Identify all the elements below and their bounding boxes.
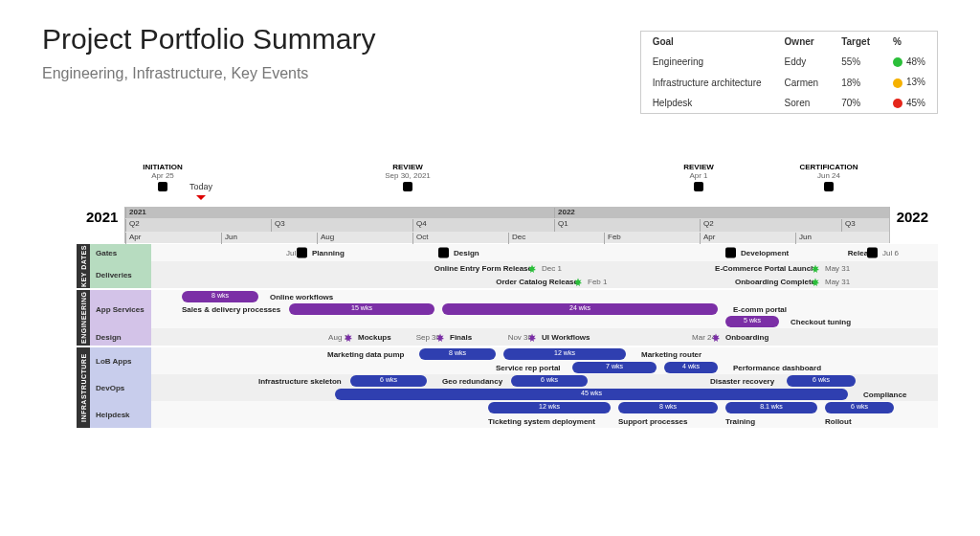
axis-tick: Q4 (412, 219, 427, 233)
year-start: 2021 (86, 209, 118, 225)
task-label: E-Commerce Portal Launch (715, 264, 815, 273)
goals-row: EngineeringEddy55%48% (641, 52, 937, 72)
swimlane-row: App Services8 wksOnline workflowsSales &… (77, 290, 938, 328)
milestone-icon (810, 276, 821, 287)
axis-tick: Apr (125, 233, 141, 244)
task-bar: 12 wks (503, 348, 626, 360)
task-label: Dec 1 (542, 264, 562, 273)
goals-row: HelpdeskSoren70%45% (641, 93, 937, 113)
swimlane-row: DevOpsInfrastructure skeleton6 wksGeo re… (77, 374, 938, 401)
row-label: Deliveries (90, 261, 151, 288)
swimlane-row: Helpdesk12 wks8 wks8.1 wks6 wksTicketing… (77, 401, 938, 428)
goals-table: GoalOwnerTarget%EngineeringEddy55%48%Inf… (640, 31, 938, 114)
milestone-icon (810, 262, 821, 274)
task-label: Geo redundancy (442, 377, 502, 386)
task-label: Infrastructure skeleton (258, 377, 342, 386)
task-bar: 8 wks (182, 291, 258, 302)
row-label: Gates (90, 244, 151, 261)
task-label: Onboarding (725, 333, 768, 342)
task-label: Disaster recovery (710, 377, 774, 386)
axis-tick: Oct (412, 233, 428, 244)
task-label: Jul 6 (882, 249, 899, 257)
swimlane-row: GatesJul 1PlanningDesignDevelopmentRelea… (77, 244, 938, 261)
milestone-icon (526, 262, 538, 274)
row-label: Design (90, 328, 151, 346)
task-bar: 7 wks (572, 362, 657, 373)
axis-tick: Q2 (700, 219, 714, 233)
lane-area: Aug 1MockupsSep 30FinalsNov 30UI Workflo… (151, 328, 938, 346)
task-label: Checkout tuning (791, 318, 851, 326)
task-bar: 8 wks (419, 348, 496, 360)
task-label: Marketing router (641, 350, 702, 359)
task-label: UI Workflows (542, 333, 590, 342)
task-label: Marketing data pump (327, 350, 404, 359)
task-label: E-comm portal (733, 304, 787, 313)
group-label: ENGINEERING (77, 290, 90, 346)
gate-icon (297, 248, 307, 258)
task-bar: 6 wks (511, 375, 588, 387)
task-label: Service rep portal (496, 364, 561, 372)
gantt-chart: 2021 2022 INITIATIONApr 25REVIEWSep 30, … (77, 163, 938, 244)
task-label: Feb 1 (588, 278, 607, 286)
gate-icon (867, 248, 878, 258)
task-bar: 24 wks (442, 303, 718, 315)
milestone: REVIEWSep 30, 2021 (369, 163, 446, 191)
lane-area: Jul 1PlanningDesignDevelopmentReleaseJul… (151, 244, 938, 261)
task-label: Support processes (618, 417, 687, 426)
axis-tick: Q3 (841, 219, 856, 233)
task-bar: 15 wks (289, 303, 434, 315)
axis-tick: Jun (221, 233, 237, 244)
row-label: DevOps (90, 374, 151, 401)
lane-area: Marketing data pump8 wks12 wksMarketing … (151, 347, 938, 374)
milestone-icon (434, 331, 446, 343)
today-marker: Today (189, 182, 212, 191)
gate-icon (438, 248, 449, 258)
milestone-icon (343, 331, 354, 343)
task-label: Rollout (825, 417, 852, 426)
lane-area: Infrastructure skeleton6 wksGeo redundan… (151, 374, 938, 401)
year-end: 2022 (897, 209, 928, 225)
task-bar: 4 wks (664, 362, 718, 373)
task-label: Mockups (358, 333, 391, 342)
axis-tick: Feb (604, 233, 621, 244)
axis-tick: Q3 (271, 219, 285, 233)
lane-area: 8 wksOnline workflowsSales & delivery pr… (151, 290, 938, 328)
task-label: May 31 (825, 278, 850, 286)
axis-tick: Q2 (125, 219, 140, 233)
lane-area: Online Entry Form ReleaseDec 1E-Commerce… (151, 261, 938, 288)
row-label: App Services (90, 290, 151, 328)
row-label: LoB Apps (90, 347, 151, 374)
task-bar: 6 wks (350, 375, 427, 387)
milestone-icon (710, 331, 722, 343)
task-bar: 45 wks (335, 389, 848, 400)
goals-header: Goal (641, 32, 773, 52)
task-label: May 31 (825, 264, 850, 273)
group-label: INFRASTRUCTURE (77, 347, 90, 428)
task-label: Online Entry Form Release (434, 264, 532, 273)
axis-tick: Jun (795, 233, 812, 244)
goals-header: % (881, 32, 937, 52)
gate-icon (725, 248, 736, 258)
milestone-icon (572, 276, 584, 287)
task-label: Compliance (863, 391, 906, 399)
swimlane-row: DesignAug 1MockupsSep 30FinalsNov 30UI W… (77, 328, 938, 346)
task-bar: 8 wks (618, 402, 718, 413)
task-label: Finals (450, 333, 472, 342)
task-bar: 8.1 wks (725, 402, 817, 413)
task-bar: 6 wks (787, 375, 856, 387)
axis-tick: Dec (508, 233, 525, 244)
axis-tick: Q1 (554, 219, 568, 233)
milestone: CERTIFICATIONJun 24 (791, 163, 867, 191)
axis-tick: Aug (317, 233, 334, 244)
task-label: Order Catalog Release (496, 278, 578, 286)
axis-tick: Apr (700, 233, 715, 244)
group-label: KEY DATES (77, 244, 90, 288)
milestone: REVIEWApr 1 (660, 163, 737, 191)
swimlane-row: DeliveriesOnline Entry Form ReleaseDec 1… (77, 261, 938, 288)
goals-header: Target (830, 32, 881, 52)
task-label: Performance dashboard (733, 364, 821, 372)
goals-header: Owner (773, 32, 831, 52)
task-label: Design (454, 249, 479, 257)
row-label: Helpdesk (90, 401, 151, 428)
task-bar: 6 wks (825, 402, 894, 413)
